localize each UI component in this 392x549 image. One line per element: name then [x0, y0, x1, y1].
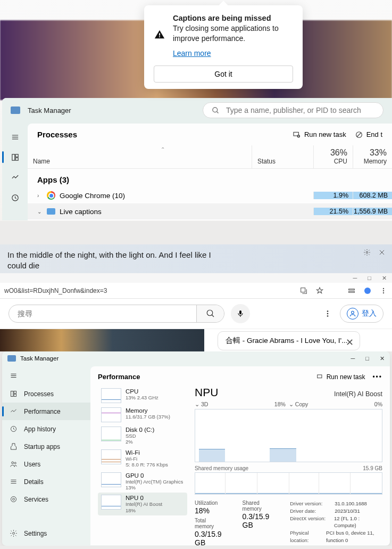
youtube-search-button[interactable]	[196, 305, 224, 322]
nav-settings[interactable]: Settings	[2, 525, 90, 542]
svg-rect-47	[317, 374, 321, 378]
search-box[interactable]	[203, 102, 383, 118]
address-bar[interactable]: wO0&list=RDuxjhN_Donfw&index=3	[4, 287, 294, 294]
chevron-right-icon[interactable]: ›	[37, 193, 43, 199]
svg-line-3	[216, 111, 218, 113]
more-button[interactable]: •••	[372, 373, 382, 381]
svg-rect-19	[349, 289, 355, 290]
svg-point-15	[366, 251, 368, 253]
svg-rect-36	[14, 391, 16, 394]
shm-value: 0.3/15.9 GB	[243, 512, 274, 529]
minimize-button[interactable]: ─	[351, 355, 355, 362]
page-title: Processes	[37, 130, 77, 139]
close-button[interactable]: ✕	[382, 275, 387, 282]
maximize-button[interactable]: □	[368, 275, 371, 281]
notification-title: Captions are being missed	[173, 14, 293, 22]
column-cpu[interactable]: 36%CPU	[313, 145, 353, 168]
npu-spark-icon	[101, 495, 121, 510]
column-status[interactable]: Status	[252, 145, 313, 168]
youtube-search[interactable]	[9, 305, 224, 323]
total-mem-label: Total memory	[195, 518, 227, 529]
perf-wifi[interactable]: Wi-FiWi-FiS: 8.0 R: 776 Kbps	[98, 447, 187, 470]
total-mem-value: 0.3/15.9 GB	[195, 530, 227, 546]
disk-spark-icon	[101, 427, 121, 441]
table-header: ⌃ Name Status 36%CPU 33%Memory	[28, 145, 392, 169]
task-manager-icon	[11, 106, 20, 114]
nav-hamburger[interactable]	[2, 368, 90, 385]
end-task-button[interactable]: End t	[355, 130, 382, 139]
shared-memory-label: Shared memory usage	[195, 465, 248, 471]
task-manager-performance-window: Task Manager ─ □ ✕ Processes Performance…	[2, 351, 390, 546]
captions-warning-notification: Captions are being missed Try closing so…	[144, 5, 303, 89]
nav-performance[interactable]: Performance	[2, 403, 90, 420]
view-3d-dropdown[interactable]: ⌄ 3D	[195, 401, 208, 407]
nav-app-history[interactable]: App history	[2, 420, 90, 438]
column-memory[interactable]: 33%Memory	[353, 145, 392, 168]
nav-startup[interactable]: Startup apps	[2, 438, 90, 455]
column-name[interactable]: Name	[28, 145, 252, 168]
close-icon[interactable]: ✕	[346, 337, 354, 348]
shm-label: Shared memory	[243, 500, 274, 512]
nav-users[interactable]: Users	[2, 455, 90, 473]
video-thumbnail[interactable]	[0, 329, 204, 351]
search-input[interactable]	[226, 106, 374, 114]
extensions-icon[interactable]	[347, 286, 356, 295]
voice-search-button[interactable]	[231, 304, 250, 323]
learn-more-link[interactable]: Learn more	[173, 49, 211, 58]
profile-icon[interactable]	[363, 286, 372, 295]
youtube-search-input[interactable]	[9, 305, 196, 322]
table-row[interactable]: ›Google Chrome (10) 1.9% 608.2 MB	[28, 187, 392, 203]
nav-performance[interactable]	[2, 167, 28, 187]
minimize-button[interactable]: ─	[353, 275, 357, 281]
person-icon	[347, 308, 358, 319]
maximize-button[interactable]: □	[365, 355, 369, 362]
live-captions-bar: In the middle of the night, with the lig…	[0, 244, 392, 273]
gpu-spark-icon	[101, 472, 121, 487]
svg-line-14	[357, 133, 361, 137]
table-row[interactable]: ⌄Live captions 21.5% 1,556.9 MB	[28, 203, 392, 219]
share-icon[interactable]	[299, 286, 308, 295]
login-button[interactable]: 登入	[340, 305, 383, 323]
svg-rect-9	[15, 158, 18, 160]
copy-dropdown[interactable]: ⌄ Copy	[289, 401, 308, 407]
end-task-icon	[355, 130, 363, 139]
perf-disk[interactable]: Disk 0 (C:)SSD2%	[98, 424, 187, 447]
chevron-down-icon[interactable]: ⌄	[37, 209, 43, 215]
star-icon[interactable]	[315, 286, 324, 295]
run-new-task-button[interactable]: Run new task	[293, 130, 346, 139]
warning-icon	[154, 29, 165, 40]
close-icon[interactable]	[378, 249, 386, 256]
more-icon[interactable]	[323, 309, 332, 318]
more-icon[interactable]	[379, 286, 388, 295]
window-title: Task Manager	[20, 355, 59, 362]
run-task-icon	[316, 373, 324, 381]
browser-window: ─ □ ✕ wO0&list=RDuxjhN_Donfw&index=3	[0, 273, 392, 351]
close-button[interactable]: ✕	[380, 355, 385, 362]
run-new-task-button[interactable]: Run new task	[316, 373, 365, 381]
svg-point-22	[383, 288, 384, 289]
nav-processes[interactable]	[2, 147, 28, 167]
wifi-spark-icon	[101, 449, 121, 464]
playlist-card[interactable]: 合輯 - Gracie Abrams - I Love You, I'...	[218, 331, 360, 350]
run-task-icon	[293, 130, 301, 139]
svg-rect-8	[15, 154, 18, 157]
svg-point-29	[327, 313, 329, 315]
svg-rect-7	[12, 154, 14, 160]
nav-history[interactable]	[2, 187, 28, 208]
task-manager-window: Task Manager Processes Run ne	[2, 98, 392, 220]
perf-cpu[interactable]: CPU13% 2.43 GHz	[98, 386, 187, 405]
microphone-icon	[236, 309, 245, 318]
perf-gpu[interactable]: GPU 0Intel(R) Arc(TM) Graphics13%	[98, 470, 187, 493]
sort-indicator-icon: ⌃	[161, 146, 165, 152]
nav-details[interactable]: Details	[2, 473, 90, 490]
nav-processes[interactable]: Processes	[2, 385, 90, 403]
perf-npu[interactable]: NPU 0Intel(R) AI Boost18%	[98, 493, 187, 515]
got-it-button[interactable]: Got it	[154, 65, 293, 83]
nav-hamburger[interactable]	[2, 127, 28, 147]
nav-services[interactable]: Services	[2, 490, 90, 508]
perf-memory[interactable]: Memory11.6/31.7 GB (37%)	[98, 405, 187, 424]
gear-icon[interactable]	[363, 249, 371, 256]
search-icon	[212, 106, 220, 114]
svg-point-44	[13, 498, 15, 501]
window-title: Task Manager	[28, 106, 71, 114]
